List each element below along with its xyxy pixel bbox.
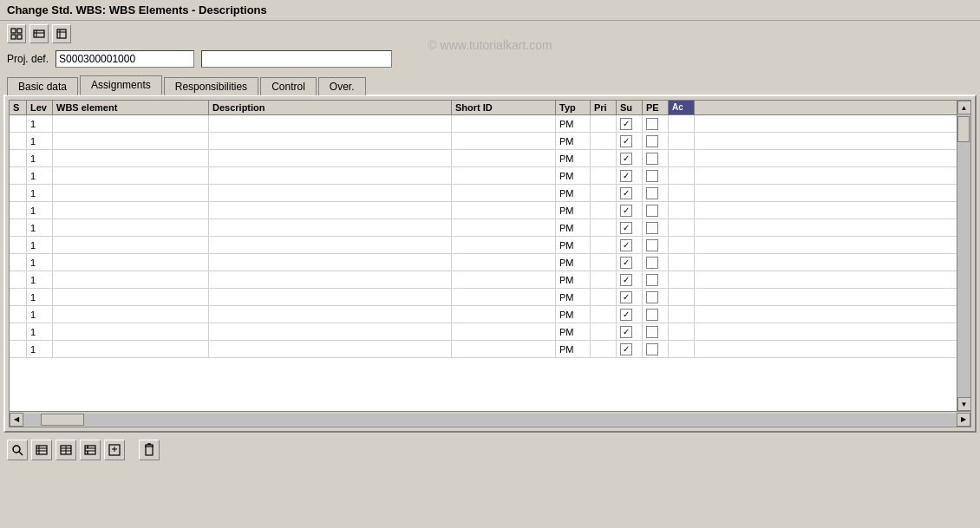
cell-su[interactable] [617, 185, 643, 201]
proj-def-input2[interactable] [201, 50, 392, 68]
cell-pe[interactable] [643, 271, 669, 288]
table-row[interactable]: 1PM [10, 237, 957, 254]
table-row[interactable]: 1PM [10, 150, 957, 167]
su-checkbox[interactable] [620, 257, 632, 269]
su-checkbox[interactable] [620, 170, 632, 182]
proj-def-input[interactable] [56, 50, 194, 68]
cell-pri [591, 323, 617, 340]
cell-pe[interactable] [643, 306, 669, 323]
scroll-thumb-v[interactable] [957, 116, 970, 142]
scroll-down-btn[interactable]: ▼ [957, 397, 971, 411]
table-row[interactable]: 1PM [10, 341, 957, 358]
cell-su[interactable] [617, 237, 643, 253]
cell-ac [669, 133, 695, 149]
cell-su[interactable] [617, 219, 643, 236]
cell-pe[interactable] [643, 150, 669, 166]
tab-assignments[interactable]: Assignments [80, 75, 162, 95]
cell-desc [209, 341, 452, 357]
pe-checkbox[interactable] [646, 205, 658, 217]
pe-checkbox[interactable] [646, 274, 658, 286]
cell-desc [209, 306, 452, 323]
toolbar-btn-1[interactable] [7, 24, 26, 43]
bottom-btn-find[interactable] [7, 440, 28, 460]
cell-su[interactable] [617, 341, 643, 357]
cell-su[interactable] [617, 289, 643, 305]
tab-responsibilities[interactable]: Responsibilities [164, 77, 258, 95]
su-checkbox[interactable] [620, 239, 632, 251]
su-checkbox[interactable] [620, 326, 632, 338]
vertical-scrollbar[interactable]: ▲ ▼ [957, 101, 970, 411]
cell-su[interactable] [617, 167, 643, 184]
pe-checkbox[interactable] [646, 118, 658, 130]
su-checkbox[interactable] [620, 135, 632, 147]
bottom-btn-next[interactable] [80, 440, 101, 460]
pe-checkbox[interactable] [646, 239, 658, 251]
scroll-left-btn[interactable]: ◀ [10, 413, 23, 427]
su-checkbox[interactable] [620, 153, 632, 165]
toolbar-btn-3[interactable] [52, 24, 71, 43]
cell-pe[interactable] [643, 202, 669, 218]
pe-checkbox[interactable] [646, 343, 658, 355]
pe-checkbox[interactable] [646, 291, 658, 303]
su-checkbox[interactable] [620, 187, 632, 199]
pe-checkbox[interactable] [646, 187, 658, 199]
table-row[interactable]: 1PM [10, 133, 957, 150]
pe-checkbox[interactable] [646, 170, 658, 182]
cell-su[interactable] [617, 133, 643, 149]
su-checkbox[interactable] [620, 205, 632, 217]
cell-pe[interactable] [643, 289, 669, 305]
su-checkbox[interactable] [620, 118, 632, 130]
cell-su[interactable] [617, 150, 643, 166]
scroll-right-btn[interactable]: ▶ [957, 413, 970, 427]
table-row[interactable]: 1PM [10, 219, 957, 237]
su-checkbox[interactable] [620, 222, 632, 234]
tab-control[interactable]: Control [260, 77, 317, 95]
cell-pe[interactable] [643, 219, 669, 236]
su-checkbox[interactable] [620, 274, 632, 286]
tab-basic-data[interactable]: Basic data [7, 77, 78, 95]
cell-su[interactable] [617, 254, 643, 271]
cell-pe[interactable] [643, 167, 669, 184]
cell-su[interactable] [617, 306, 643, 323]
pe-checkbox[interactable] [646, 222, 658, 234]
bottom-btn-prev[interactable] [56, 440, 76, 460]
cell-pe[interactable] [643, 185, 669, 201]
cell-wbs [53, 289, 209, 305]
table-row[interactable]: 1PM [10, 289, 957, 306]
table-row[interactable]: 1PM [10, 115, 957, 133]
su-checkbox[interactable] [620, 291, 632, 303]
table-row[interactable]: 1PM [10, 271, 957, 289]
table-row[interactable]: 1PM [10, 323, 957, 341]
cell-pe[interactable] [643, 237, 669, 253]
table-row[interactable]: 1PM [10, 167, 957, 185]
cell-ac [669, 202, 695, 218]
pe-checkbox[interactable] [646, 309, 658, 321]
cell-pe[interactable] [643, 133, 669, 149]
cell-pe[interactable] [643, 115, 669, 132]
tab-over[interactable]: Over. [318, 77, 366, 95]
bottom-btn-first[interactable] [31, 440, 52, 460]
pe-checkbox[interactable] [646, 153, 658, 165]
scroll-thumb-h[interactable] [41, 414, 84, 426]
cell-pe[interactable] [643, 254, 669, 271]
scroll-up-btn[interactable]: ▲ [957, 101, 971, 114]
bottom-btn-edit[interactable] [104, 440, 125, 460]
cell-pe[interactable] [643, 341, 669, 357]
toolbar-btn-2[interactable] [29, 24, 49, 43]
cell-su[interactable] [617, 115, 643, 132]
pe-checkbox[interactable] [646, 326, 658, 338]
table-row[interactable]: 1PM [10, 202, 957, 219]
bottom-btn-delete[interactable] [139, 440, 160, 460]
cell-su[interactable] [617, 202, 643, 218]
table-row[interactable]: 1PM [10, 254, 957, 271]
table-row[interactable]: 1PM [10, 306, 957, 323]
su-checkbox[interactable] [620, 343, 632, 355]
cell-su[interactable] [617, 271, 643, 288]
cell-su[interactable] [617, 323, 643, 340]
cell-shortid [452, 167, 556, 184]
table-row[interactable]: 1PM [10, 185, 957, 202]
cell-pe[interactable] [643, 323, 669, 340]
pe-checkbox[interactable] [646, 135, 658, 147]
su-checkbox[interactable] [620, 309, 632, 321]
pe-checkbox[interactable] [646, 257, 658, 269]
